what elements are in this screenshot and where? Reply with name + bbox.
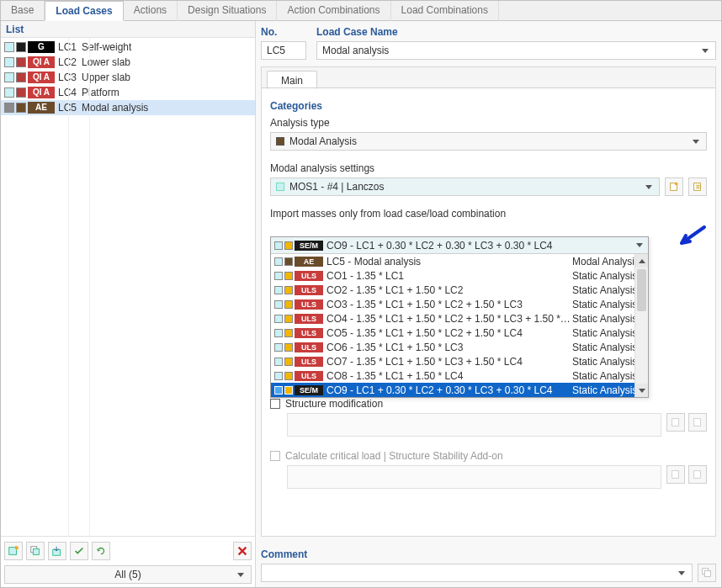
- calc-critical-label: Calculate critical load | Structure Stab…: [285, 450, 503, 462]
- copy-button[interactable]: [26, 542, 45, 560]
- list-item[interactable]: QI ALC3Upper slab: [1, 70, 255, 85]
- svg-rect-9: [694, 419, 701, 426]
- dropdown-item[interactable]: SE/MCO9 - LC1 + 0.30 * LC2 + 0.30 * LC3 …: [271, 383, 648, 397]
- color-swatch: [274, 343, 283, 352]
- tab-main[interactable]: Main: [267, 71, 317, 89]
- lc-id: LC4: [58, 87, 82, 98]
- tab-load-cases[interactable]: Load Cases: [45, 1, 123, 21]
- dropdown-item[interactable]: ULSCO1 - 1.35 * LC1Static Analysis: [271, 268, 648, 283]
- import-masses-label: Import masses only from load case/load c…: [270, 208, 707, 220]
- color-swatch: [274, 300, 283, 309]
- color-swatch: [284, 315, 293, 323]
- categories-title: Categories: [270, 100, 707, 112]
- list-item[interactable]: AELC5Modal analysis: [1, 100, 255, 115]
- lc-name: Upper slab: [82, 72, 252, 83]
- lc-name: Modal analysis: [82, 102, 252, 114]
- sm-edit-button[interactable]: [688, 413, 707, 432]
- scroll-down-button[interactable]: [635, 384, 648, 397]
- color-swatch: [4, 87, 14, 98]
- dropdown-item[interactable]: ULSCO6 - 1.35 * LC1 + 1.50 * LC3Static A…: [271, 340, 648, 354]
- list-item[interactable]: GLC1Self-weight: [1, 40, 255, 55]
- structure-modification-checkbox[interactable]: [270, 399, 280, 409]
- tab-load-combinations[interactable]: Load Combinations: [391, 1, 499, 21]
- category-tag: ULS: [295, 357, 323, 367]
- color-swatch: [274, 372, 283, 380]
- lc-id: LC3: [58, 72, 82, 83]
- color-swatch: [284, 372, 293, 380]
- tab-design-situations[interactable]: Design Situations: [178, 1, 277, 21]
- dropdown-item[interactable]: ULSCO2 - 1.35 * LC1 + 1.50 * LC2Static A…: [271, 283, 648, 297]
- import-masses-dropdown: SE/M CO9 - LC1 + 0.30 * LC2 + 0.30 * LC3…: [270, 236, 649, 398]
- modal-settings-select[interactable]: MOS1 - #4 | Lanczos: [270, 177, 660, 196]
- settings-new-button[interactable]: [665, 177, 683, 196]
- import-button[interactable]: [48, 542, 66, 560]
- lc-name: Self-weight: [82, 41, 252, 53]
- color-swatch: [284, 358, 293, 366]
- chevron-down-icon: [702, 49, 709, 53]
- tab-actions[interactable]: Actions: [124, 1, 178, 21]
- category-tag: SE/M: [295, 385, 323, 395]
- delete-button[interactable]: [233, 542, 252, 560]
- dropdown-item[interactable]: ULSCO3 - 1.35 * LC1 + 1.50 * LC2 + 1.50 …: [271, 297, 648, 311]
- scroll-up-button[interactable]: [635, 254, 648, 268]
- color-swatch: [4, 57, 14, 67]
- color-swatch: [16, 57, 26, 67]
- no-label: No.: [261, 26, 306, 38]
- dropdown-item-label: CO9 - LC1 + 0.30 * LC2 + 0.30 * LC3 + 0.…: [326, 384, 572, 396]
- category-tag: QI A: [28, 56, 55, 68]
- tab-base[interactable]: Base: [1, 1, 45, 21]
- cc-edit-button[interactable]: [688, 465, 707, 484]
- scroll-thumb[interactable]: [637, 269, 646, 311]
- dropdown-scrollbar[interactable]: [634, 254, 648, 397]
- color-swatch: [274, 272, 283, 280]
- no-input[interactable]: LC5: [261, 41, 306, 60]
- svg-rect-13: [704, 570, 710, 576]
- comment-input[interactable]: [261, 564, 693, 582]
- list-item[interactable]: QI ALC2Lower slab: [1, 55, 255, 70]
- color-swatch: [16, 42, 26, 52]
- analysis-type-label: Analysis type: [270, 117, 707, 129]
- dropdown-item[interactable]: ULSCO5 - 1.35 * LC1 + 1.50 * LC2 + 1.50 …: [271, 326, 648, 340]
- category-tag: ULS: [295, 371, 323, 381]
- sm-new-button[interactable]: [666, 413, 685, 432]
- name-input[interactable]: Modal analysis: [316, 41, 716, 60]
- comment-extra-button[interactable]: [698, 564, 716, 582]
- list-item[interactable]: QI ALC4Platform: [1, 85, 255, 100]
- color-swatch: [284, 257, 293, 266]
- svg-point-1: [15, 547, 19, 550]
- svg-rect-8: [672, 419, 679, 426]
- comment-title: Comment: [261, 548, 716, 560]
- color-swatch: [284, 286, 293, 294]
- filter-select[interactable]: All (5): [4, 565, 252, 584]
- calc-critical-checkbox[interactable]: [270, 451, 280, 461]
- import-masses-select-display[interactable]: SE/M CO9 - LC1 + 0.30 * LC2 + 0.30 * LC3…: [271, 237, 648, 254]
- tab-action-combinations[interactable]: Action Combinations: [277, 1, 390, 21]
- lc-id: LC5: [58, 102, 82, 114]
- color-swatch: [274, 286, 283, 294]
- analysis-type-select[interactable]: Modal Analysis: [270, 132, 707, 151]
- cc-new-button[interactable]: [666, 465, 685, 484]
- lc-name: Lower slab: [82, 56, 252, 68]
- category-tag: ULS: [295, 314, 323, 324]
- category-tag: G: [28, 41, 55, 53]
- name-label: Load Case Name: [316, 26, 716, 38]
- list-header: List: [1, 21, 255, 38]
- check-button[interactable]: [70, 542, 88, 560]
- structure-modification-label: Structure modification: [285, 398, 383, 410]
- list-body: GLC1Self-weightQI ALC2Lower slabQI ALC3U…: [1, 38, 255, 536]
- category-tag: QI A: [28, 87, 55, 98]
- dropdown-item-label: CO5 - 1.35 * LC1 + 1.50 * LC2 + 1.50 * L…: [326, 327, 572, 339]
- refresh-button[interactable]: [92, 542, 110, 560]
- chevron-down-icon: [693, 140, 699, 144]
- dropdown-item[interactable]: AELC5 - Modal analysisModal Analysis: [271, 254, 648, 268]
- dropdown-item[interactable]: ULSCO4 - 1.35 * LC1 + 1.50 * LC2 + 1.50 …: [271, 311, 648, 326]
- category-tag: AE: [295, 257, 323, 267]
- category-tag: QI A: [28, 72, 55, 83]
- settings-edit-button[interactable]: [688, 177, 707, 196]
- new-item-button[interactable]: [4, 542, 23, 560]
- dropdown-item-label: CO4 - 1.35 * LC1 + 1.50 * LC2 + 1.50 * L…: [326, 313, 572, 325]
- color-swatch: [284, 272, 293, 280]
- dropdown-item[interactable]: ULSCO8 - 1.35 * LC1 + 1.50 * LC4Static A…: [271, 368, 648, 383]
- pointer-annotation-icon: [675, 225, 709, 250]
- dropdown-item[interactable]: ULSCO7 - 1.35 * LC1 + 1.50 * LC3 + 1.50 …: [271, 354, 648, 368]
